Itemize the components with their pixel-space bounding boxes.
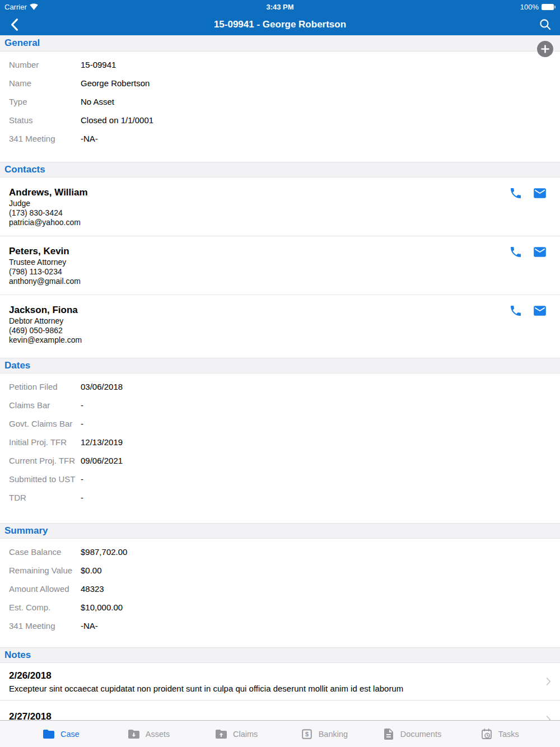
chevron-left-icon xyxy=(8,17,22,32)
note-item[interactable]: 2/26/2018 Excepteur sint occaecat cupida… xyxy=(0,663,560,701)
contact-phone: (798) 113-0234 xyxy=(9,267,493,277)
field-value: 03/06/2018 xyxy=(81,382,123,391)
envelope-icon xyxy=(533,186,547,200)
contact-name: Peters, Kevin xyxy=(9,245,493,258)
field-value: $987,702.00 xyxy=(81,547,127,557)
field-value: $10,000.00 xyxy=(81,603,123,612)
field-label: 341 Meeting xyxy=(9,134,81,143)
tab-bar: Case Assets Claims $ Banking Documents xyxy=(0,720,560,747)
field-row-est-comp: Est. Comp. $10,000.00 xyxy=(0,598,560,617)
phone-icon xyxy=(509,304,522,318)
section-header-general: General xyxy=(0,35,560,52)
section-title: Dates xyxy=(4,360,30,371)
field-value: 48323 xyxy=(81,584,104,594)
call-button[interactable] xyxy=(508,303,524,319)
carrier-label: Carrier xyxy=(4,3,27,11)
section-title: Notes xyxy=(4,650,31,661)
field-value: 15-09941 xyxy=(81,60,116,69)
field-row-govt-claims-bar: Govt. Claims Bar - xyxy=(0,414,560,433)
folder-up-icon xyxy=(214,727,228,741)
phone-icon xyxy=(509,186,522,200)
field-label: Amount Allowed xyxy=(9,584,81,594)
phone-icon xyxy=(509,245,522,259)
contact-role: Trustee Attorney xyxy=(9,258,493,267)
field-row-initial-proj-tfr: Initial Proj. TFR 12/13/2019 xyxy=(0,433,560,451)
add-button[interactable] xyxy=(537,41,553,57)
search-icon xyxy=(538,17,552,31)
summary-fields: Case Balance $987,702.00 Remaining Value… xyxy=(0,539,560,635)
field-label: Govt. Claims Bar xyxy=(9,419,81,428)
document-icon xyxy=(382,727,395,741)
field-value: -NA- xyxy=(81,134,98,143)
email-button[interactable] xyxy=(532,303,548,319)
plus-icon xyxy=(541,45,549,53)
field-label: Number xyxy=(9,60,81,69)
calendar-clock-icon xyxy=(480,727,493,741)
field-value: - xyxy=(81,493,83,502)
field-value: -NA- xyxy=(81,621,98,631)
dates-fields: Petition Filed 03/06/2018 Claims Bar - G… xyxy=(0,374,560,507)
folder-down-icon xyxy=(127,727,141,741)
field-row-submitted-to-ust: Submitted to UST - xyxy=(0,470,560,488)
tab-documents[interactable]: Documents xyxy=(368,727,456,741)
contact-item: Peters, Kevin Trustee Attorney (798) 113… xyxy=(0,236,560,295)
contact-role: Judge xyxy=(9,199,493,208)
call-button[interactable] xyxy=(508,244,524,260)
field-label: Claims Bar xyxy=(9,400,81,410)
field-row-amount-allowed: Amount Allowed 48323 xyxy=(0,580,560,598)
contact-name: Jackson, Fiona xyxy=(9,304,493,316)
field-value: 09/06/2021 xyxy=(81,456,123,465)
field-label: Type xyxy=(9,97,81,106)
email-button[interactable] xyxy=(532,185,548,201)
search-button[interactable] xyxy=(535,15,554,34)
clock-label: 3:43 PM xyxy=(266,3,293,11)
field-row-341-meeting: 341 Meeting -NA- xyxy=(0,129,560,148)
field-label: 341 Meeting xyxy=(9,621,81,631)
section-header-contacts: Contacts xyxy=(0,162,560,178)
section-header-dates: Dates xyxy=(0,358,560,374)
call-button[interactable] xyxy=(508,185,524,201)
tab-tasks[interactable]: Tasks xyxy=(455,727,543,741)
field-row-name: Name George Robertson xyxy=(0,74,560,92)
battery-percent-label: 100% xyxy=(520,3,539,11)
field-row-petition-filed: Petition Filed 03/06/2018 xyxy=(0,377,560,396)
tab-assets[interactable]: Assets xyxy=(105,727,193,741)
tab-label: Case xyxy=(60,730,80,739)
envelope-icon xyxy=(533,304,547,318)
contact-email: anthony@gmail.com xyxy=(9,277,493,286)
wifi-icon xyxy=(30,3,38,10)
email-button[interactable] xyxy=(532,244,548,260)
note-date: 2/26/2018 xyxy=(9,669,538,683)
back-button[interactable] xyxy=(6,15,25,34)
contact-phone: (173) 830-3424 xyxy=(9,208,493,218)
field-value: George Robertson xyxy=(81,78,150,88)
field-row-case-balance: Case Balance $987,702.00 xyxy=(0,543,560,561)
svg-text:$: $ xyxy=(305,731,309,737)
tab-label: Claims xyxy=(233,730,258,739)
field-label: Initial Proj. TFR xyxy=(9,437,81,447)
dollar-square-icon: $ xyxy=(300,727,314,741)
field-row-tdr: TDR - xyxy=(0,488,560,507)
contact-item: Jackson, Fiona Debtor Attorney (469) 050… xyxy=(0,295,560,353)
field-row-status: Status Closed on 1/1/0001 xyxy=(0,111,560,129)
field-label: Est. Comp. xyxy=(9,603,81,612)
field-value: 12/13/2019 xyxy=(81,437,123,447)
tab-case[interactable]: Case xyxy=(17,727,105,741)
field-label: Name xyxy=(9,78,81,88)
tab-banking[interactable]: $ Banking xyxy=(280,727,368,741)
folder-icon xyxy=(42,727,55,741)
contact-role: Debtor Attorney xyxy=(9,316,493,326)
field-label: TDR xyxy=(9,493,81,502)
field-value: Closed on 1/1/0001 xyxy=(81,115,153,125)
tab-claims[interactable]: Claims xyxy=(192,727,280,741)
battery-icon xyxy=(542,4,556,10)
field-label: Current Proj. TFR xyxy=(9,456,81,465)
field-row-341-meeting: 341 Meeting -NA- xyxy=(0,617,560,635)
section-title: Summary xyxy=(4,525,48,536)
contact-item: Andrews, William Judge (173) 830-3424 pa… xyxy=(0,178,560,236)
field-label: Submitted to UST xyxy=(9,474,81,484)
field-row-number: Number 15-09941 xyxy=(0,55,560,74)
contact-phone: (469) 050-9862 xyxy=(9,326,493,335)
field-value: - xyxy=(81,419,83,428)
section-header-summary: Summary xyxy=(0,523,560,539)
